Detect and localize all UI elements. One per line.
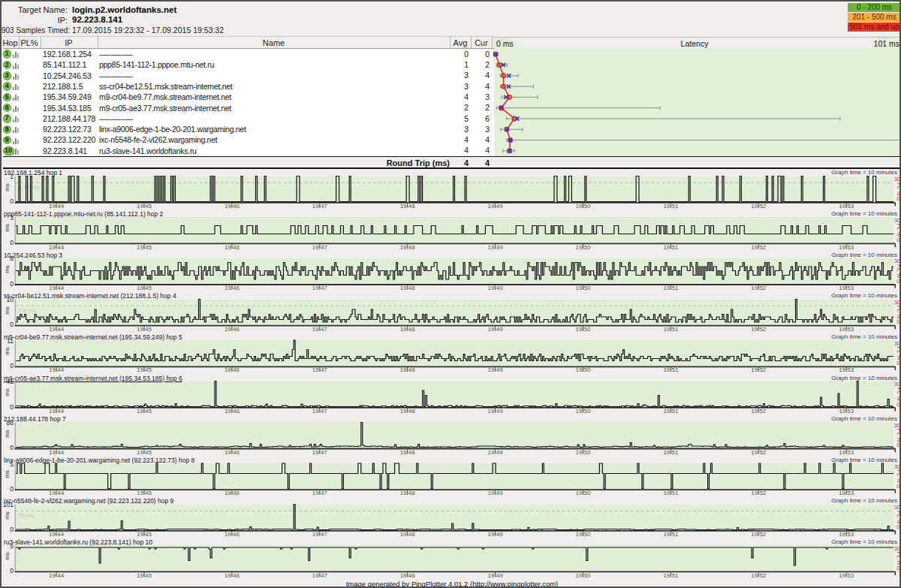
svg-text:PL %: PL % bbox=[896, 182, 901, 196]
svg-text:PL %: PL % bbox=[896, 469, 901, 483]
svg-text:30: 30 bbox=[894, 463, 900, 470]
svg-text:0: 0 bbox=[896, 523, 899, 530]
svg-text:PL %: PL % bbox=[896, 346, 901, 360]
svg-text:0: 0 bbox=[896, 360, 899, 366]
svg-text:0: 0 bbox=[896, 195, 899, 202]
svg-text:30: 30 bbox=[894, 545, 900, 552]
svg-text:30: 30 bbox=[894, 299, 900, 306]
svg-text:0: 0 bbox=[896, 442, 899, 448]
svg-text:0: 0 bbox=[896, 401, 899, 408]
svg-text:0: 0 bbox=[896, 565, 899, 571]
svg-text:0: 0 bbox=[896, 278, 899, 285]
svg-text:PL %: PL % bbox=[896, 552, 901, 565]
svg-text:30: 30 bbox=[894, 258, 900, 264]
svg-text:PL %: PL % bbox=[896, 387, 901, 401]
svg-text:30: 30 bbox=[894, 504, 900, 511]
svg-text:0: 0 bbox=[896, 483, 899, 490]
svg-text:PL %: PL % bbox=[896, 306, 901, 319]
svg-text:30: 30 bbox=[894, 176, 900, 182]
svg-text:PL %: PL % bbox=[896, 429, 901, 442]
svg-text:PL %: PL % bbox=[896, 264, 901, 278]
svg-text:30: 30 bbox=[894, 422, 900, 429]
svg-text:PL %: PL % bbox=[896, 224, 901, 237]
svg-text:30: 30 bbox=[894, 217, 900, 224]
svg-text:30: 30 bbox=[894, 381, 900, 387]
svg-text:0: 0 bbox=[896, 318, 899, 325]
svg-text:PL %: PL % bbox=[896, 511, 901, 524]
svg-text:30: 30 bbox=[894, 340, 900, 347]
svg-text:0: 0 bbox=[896, 237, 899, 243]
